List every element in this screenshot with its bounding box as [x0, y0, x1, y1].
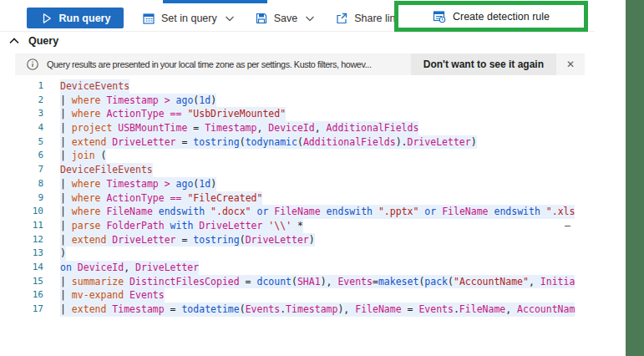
code-line: 1DeviceEvents [0, 79, 595, 94]
run-query-label: Run query [59, 13, 111, 24]
advanced-hunting-panel: Run query Set in query Save Share link C… [0, 0, 644, 356]
save-label: Save [274, 13, 298, 24]
save-button[interactable]: Save [255, 8, 317, 28]
line-number: 11 [0, 219, 43, 233]
share-link-button[interactable]: Share link [335, 8, 401, 28]
save-icon [255, 12, 268, 25]
line-number: 5 [0, 135, 43, 150]
code-line: 3| where ActionType == "UsbDriveMounted" [0, 107, 595, 121]
active-tab-indicator [163, 0, 267, 3]
line-number: 2 [0, 94, 43, 108]
code-line: 15| summarize DistinctFilesCopied = dcou… [0, 275, 595, 289]
code-line-content: DeviceEvents [60, 79, 129, 94]
code-line: 14on DeviceId, DriveLetter [0, 261, 595, 275]
detection-rule-icon [433, 10, 446, 23]
code-line: 7DeviceFileEvents [0, 163, 595, 177]
code-line-content: | extend DriveLetter = tostring(DriveLet… [60, 233, 315, 247]
set-in-query-label: Set in query [161, 13, 217, 24]
code-lines: 1DeviceEvents2| where Timestamp > ago(1d… [0, 79, 595, 317]
annotation-highlight-box: Create detection rule [394, 1, 588, 32]
line-number: 14 [0, 261, 43, 275]
annotation-side-bar [626, 0, 644, 356]
line-number: 16 [0, 288, 43, 303]
code-line: 12| extend DriveLetter = tostring(DriveL… [0, 233, 595, 247]
line-number: 17 [0, 303, 43, 317]
code-line: 2| where Timestamp > ago(1d) [0, 94, 595, 108]
code-line: 6| join ( [0, 149, 595, 163]
code-line: 17| extend Timestamp = todatetime(Events… [0, 303, 595, 317]
code-line-content: | where Timestamp > ago(1d) [60, 177, 216, 191]
code-line: 5| extend DriveLetter = tostring(todynam… [0, 135, 595, 150]
banner-message: Query results are presented in your loca… [47, 59, 411, 69]
code-line-content: | summarize DistinctFilesCopied = dcount… [60, 275, 575, 289]
line-number: 12 [0, 233, 43, 247]
line-number: 13 [0, 247, 43, 261]
code-line-content: | where ActionType == "FileCreated" [60, 191, 262, 206]
timezone-info-banner: Query results are presented in your loca… [15, 53, 585, 75]
kql-code-editor[interactable]: 1DeviceEvents2| where Timestamp > ago(1d… [0, 79, 595, 317]
code-line-content: | where Timestamp > ago(1d) [60, 94, 216, 108]
banner-dismiss-button[interactable]: Don't want to see it again [411, 53, 556, 75]
code-line-content: | mv-expand Events [60, 288, 165, 303]
banner-close-button[interactable]: ✕ [556, 53, 585, 75]
line-number: 3 [0, 107, 43, 121]
code-line-content: on DeviceId, DriveLetter [60, 261, 199, 275]
chevron-down-icon [303, 12, 317, 25]
code-line-content: | join ( [60, 149, 106, 163]
chevron-up-icon [8, 34, 21, 48]
code-line-content: | where ActionType == "UsbDriveMounted" [60, 107, 286, 121]
info-icon [26, 58, 39, 71]
set-in-query-button[interactable]: Set in query [142, 8, 236, 28]
line-number: 4 [0, 121, 43, 135]
line-number: 10 [0, 205, 43, 219]
code-line: 4| project USBMountTime = Timestamp, Dev… [0, 121, 595, 135]
code-line: 16| mv-expand Events [0, 288, 595, 303]
code-line-content: | project USBMountTime = Timestamp, Devi… [60, 121, 418, 135]
editor-dash-marker: – [565, 219, 570, 233]
line-number: 6 [0, 149, 43, 163]
line-number: 15 [0, 275, 43, 289]
code-line: 9| where ActionType == "FileCreated" [0, 191, 595, 206]
chevron-down-icon [223, 12, 236, 25]
line-number: 8 [0, 177, 43, 191]
code-line: 13) [0, 247, 595, 261]
line-number: 9 [0, 191, 43, 206]
play-icon [40, 12, 53, 25]
code-line: 11| parse FolderPath with DriveLetter '\… [0, 219, 595, 233]
code-line-content: | where FileName endswith ".docx" or Fil… [60, 205, 575, 219]
code-line-content: | parse FolderPath with DriveLetter '\\'… [60, 219, 303, 233]
create-detection-rule-button[interactable]: Create detection rule [433, 10, 550, 23]
code-line: 8| where Timestamp > ago(1d) [0, 177, 595, 191]
close-icon: ✕ [566, 58, 575, 70]
calendar-icon [142, 12, 155, 25]
share-icon [335, 12, 348, 25]
query-section-title: Query [28, 35, 58, 47]
line-number: 1 [0, 79, 43, 94]
code-line-content: ) [60, 247, 66, 261]
code-line-content: | extend DriveLetter = tostring(todynami… [60, 135, 477, 150]
code-line-content: | extend Timestamp = todatetime(Events.T… [60, 303, 575, 317]
query-section-toggle[interactable]: Query [8, 34, 58, 48]
run-query-button[interactable]: Run query [27, 8, 124, 28]
create-detection-rule-label: Create detection rule [453, 11, 550, 23]
query-toolbar: Run query Set in query Save Share link [27, 8, 401, 28]
line-number: 7 [0, 163, 43, 177]
code-line: 10| where FileName endswith ".docx" or F… [0, 205, 595, 219]
code-line-content: DeviceFileEvents [60, 163, 153, 177]
